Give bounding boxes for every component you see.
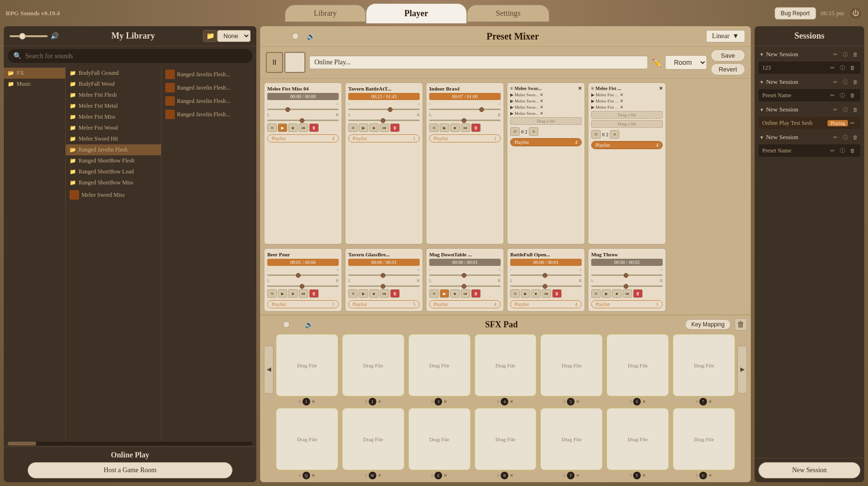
pan-knob[interactable] (300, 118, 304, 123)
stop-card-button[interactable]: ■ (450, 289, 460, 298)
pan-track[interactable] (348, 285, 420, 287)
host-game-room-button[interactable]: Host a Game Room (28, 462, 232, 478)
stop-card-button[interactable]: ■ (369, 123, 379, 132)
delete-pad-icon[interactable]: ✕ (708, 399, 712, 404)
edit-session-button[interactable]: ✏ (831, 78, 839, 86)
waveform-button[interactable]: ≋ (591, 289, 601, 298)
prev-button[interactable]: ⏮ (461, 123, 470, 132)
waveform-button[interactable]: ≋ (429, 289, 439, 298)
volume-track[interactable] (429, 109, 501, 110)
volume-track[interactable] (510, 274, 582, 276)
stop-card-button[interactable]: ■ (288, 123, 298, 132)
playlist-button[interactable]: Playlist4 (510, 138, 582, 146)
info-session-button[interactable]: ⓘ (841, 105, 849, 114)
list-item[interactable]: 📁Melee Fist Wood (66, 122, 161, 133)
volume-track[interactable] (267, 274, 339, 276)
delete-session-button[interactable]: 🗑 (851, 133, 859, 142)
sfx-volume-slider[interactable] (264, 324, 302, 325)
sfx-pad[interactable]: Drag File (275, 407, 339, 471)
pan-track[interactable] (591, 285, 663, 287)
delete-pad-icon[interactable]: ✕ (444, 473, 447, 478)
drag-file-zone-2[interactable]: Drag a file (591, 120, 663, 128)
sfx-pad[interactable]: Drag File (342, 407, 405, 471)
bug-report-button[interactable]: Bug Report (775, 7, 816, 20)
delete-button[interactable]: 🗑 (471, 289, 481, 298)
play-button[interactable]: ▶ (521, 289, 530, 298)
waveform-button[interactable]: ≋ (510, 289, 520, 298)
drag-file-zone[interactable]: Drag a file (591, 111, 663, 119)
delete-preset-button[interactable]: 🗑 (848, 146, 857, 155)
waveform-button[interactable]: ≋ (267, 123, 277, 132)
sfx-pad[interactable]: Drag File (672, 334, 736, 397)
player-volume-slider[interactable] (266, 35, 304, 37)
sfx-pad[interactable]: Drag File (606, 407, 669, 471)
pan-knob[interactable] (381, 118, 385, 123)
playlist-button[interactable]: Playlist1 (348, 134, 420, 142)
stop-button[interactable] (284, 52, 305, 73)
waveform-button[interactable]: ≋ (348, 289, 358, 298)
new-session-button[interactable]: New Session (758, 462, 860, 478)
play-button[interactable]: ▶ (602, 289, 611, 298)
add-folder-button[interactable]: 📁 (203, 30, 217, 42)
pan-track[interactable] (348, 120, 420, 121)
delete-pad-icon[interactable]: ✕ (444, 399, 447, 404)
list-item[interactable]: Ranged Javelin Flesh... (161, 108, 257, 121)
sfx-pad[interactable]: Drag File (474, 334, 537, 397)
room-dropdown[interactable]: Room (665, 55, 707, 70)
volume-knob[interactable] (543, 273, 547, 278)
prev-button[interactable]: ⏮ (623, 289, 632, 298)
delete-preset-button[interactable]: 🗑 (848, 91, 857, 100)
info-preset-button[interactable]: ⓘ (838, 146, 847, 155)
sfx-pad[interactable]: Drag File (672, 407, 736, 471)
library-category-music[interactable]: 📁 Music (4, 79, 65, 90)
drag-file-zone[interactable]: Drag a file (510, 117, 582, 125)
waveform-button[interactable]: ≋ (267, 289, 277, 298)
edit-session-button[interactable]: ✏ (831, 133, 839, 142)
play-button[interactable]: ▶ (359, 289, 368, 298)
sfx-trash-button[interactable]: 🗑 (735, 318, 747, 331)
library-horizontal-scrollbar[interactable] (8, 442, 252, 446)
stop-card-button[interactable]: ■ (450, 123, 460, 132)
playlist-button[interactable]: Playlist1 (591, 300, 663, 308)
prev-button[interactable]: ⏮ (542, 289, 551, 298)
library-volume-slider[interactable] (10, 35, 48, 37)
playlist-button[interactable]: Playlist5 (348, 300, 420, 308)
prev-button[interactable]: ⏮ (299, 123, 308, 132)
pan-knob[interactable] (300, 284, 304, 289)
revert-button[interactable]: Revert (711, 63, 745, 75)
search-input[interactable] (25, 52, 247, 60)
playlist-button[interactable]: Playlist4 (267, 134, 339, 142)
delete-pad-icon[interactable]: ✕ (576, 473, 580, 478)
edit-preset-button[interactable]: ✏ (828, 146, 837, 155)
playlist-button[interactable]: Playlist4 (591, 141, 663, 149)
sfx-pad[interactable]: Drag File (275, 334, 339, 397)
expand-icon[interactable]: ▼ (759, 135, 764, 140)
stop-card-button[interactable]: ■ (531, 289, 541, 298)
delete-preset-button[interactable]: 🗑 (848, 63, 857, 72)
info-session-button[interactable]: ⓘ (841, 50, 849, 59)
delete-session-button[interactable]: 🗑 (851, 105, 859, 114)
delete-pad-icon[interactable]: ✕ (642, 399, 646, 404)
info-session-button[interactable]: ⓘ (841, 133, 849, 142)
edit-preset-button[interactable]: ✏ (828, 63, 837, 72)
edit-preset-button[interactable]: ✏ (828, 91, 837, 100)
pan-knob[interactable] (462, 284, 466, 289)
delete-button[interactable]: 🗑 (309, 289, 319, 298)
delete-button[interactable]: 🗑 (552, 289, 562, 298)
volume-track[interactable] (267, 109, 339, 110)
playlist-button[interactable]: Playlist1 (267, 300, 339, 308)
delete-pad-icon[interactable]: ✕ (708, 473, 712, 478)
delete-button[interactable]: 🗑 (471, 123, 481, 132)
list-item[interactable]: 📁Melee Fist Miss (66, 111, 161, 122)
tab-settings[interactable]: Settings (467, 5, 550, 22)
delete-item-icon[interactable]: ✕ (578, 86, 582, 91)
volume-knob[interactable] (296, 273, 301, 278)
list-item[interactable]: 📁Ranged ShortBow Miss (66, 177, 161, 188)
edit-preset-name-button[interactable]: ✏️ (652, 58, 661, 67)
prev-button[interactable]: ⏮ (380, 289, 389, 298)
list-item-ranged-javelin[interactable]: 📂Ranged Javelin Flesh (66, 144, 161, 155)
pan-knob[interactable] (543, 284, 547, 289)
save-button[interactable]: Save (711, 50, 745, 61)
delete-pad-icon[interactable]: ✕ (642, 473, 646, 478)
pan-knob[interactable] (381, 284, 385, 289)
